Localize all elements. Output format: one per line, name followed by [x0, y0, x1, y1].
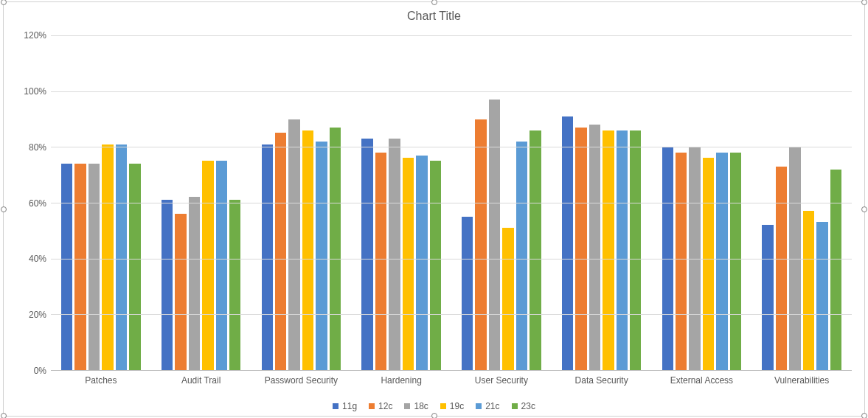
x-tick-label: Vulnerabilities — [751, 375, 852, 386]
bar[interactable] — [603, 130, 614, 370]
y-tick-label: 80% — [18, 142, 46, 153]
chart-container[interactable]: Chart Title 0%20%40%60%80%100%120% Patch… — [3, 1, 865, 417]
gridline — [51, 259, 852, 259]
legend-label: 18c — [414, 401, 428, 411]
bar[interactable] — [189, 197, 200, 370]
bar[interactable] — [316, 142, 327, 370]
resize-handle-s[interactable] — [431, 413, 437, 418]
bar[interactable] — [502, 228, 513, 370]
bar[interactable] — [175, 214, 186, 370]
bar[interactable] — [462, 217, 473, 370]
bar[interactable] — [116, 144, 127, 370]
x-tick-label: Audit Trail — [151, 375, 251, 386]
gridline — [51, 91, 852, 92]
bar[interactable] — [288, 119, 299, 371]
legend-item[interactable]: 11g — [333, 401, 357, 411]
bar[interactable] — [416, 156, 427, 370]
y-tick-label: 0% — [18, 366, 46, 376]
plot — [51, 35, 852, 371]
bar[interactable] — [516, 142, 527, 370]
resize-handle-ne[interactable] — [861, 0, 867, 5]
bar[interactable] — [762, 225, 773, 370]
y-axis: 0%20%40%60%80%100%120% — [18, 35, 49, 371]
bar[interactable] — [475, 119, 486, 371]
bar[interactable] — [816, 222, 827, 370]
legend-label: 23c — [521, 401, 535, 411]
bar[interactable] — [589, 125, 600, 370]
bar[interactable] — [88, 164, 100, 370]
legend-swatch — [333, 403, 338, 409]
bar[interactable] — [162, 200, 173, 370]
gridline — [51, 203, 852, 203]
legend[interactable]: 11g12c18c19c21c23c — [4, 401, 864, 411]
legend-item[interactable]: 23c — [512, 401, 535, 411]
resize-handle-w[interactable] — [1, 206, 7, 212]
bar[interactable] — [389, 139, 400, 370]
bar[interactable] — [262, 144, 273, 370]
resize-handle-sw[interactable] — [1, 413, 7, 418]
legend-item[interactable]: 21c — [476, 401, 499, 411]
y-tick-label: 20% — [18, 310, 46, 320]
bar[interactable] — [830, 170, 841, 370]
legend-item[interactable]: 18c — [404, 401, 428, 411]
bar[interactable] — [630, 130, 641, 370]
x-axis-labels: PatchesAudit TrailPassword SecurityHarde… — [51, 371, 852, 386]
bar[interactable] — [275, 133, 286, 370]
bar[interactable] — [617, 130, 628, 370]
resize-handle-e[interactable] — [861, 206, 867, 212]
legend-item[interactable]: 12c — [369, 401, 392, 411]
legend-label: 19c — [450, 401, 464, 411]
bar[interactable] — [803, 211, 814, 370]
plot-area: 0%20%40%60%80%100%120% PatchesAudit Trai… — [18, 35, 852, 371]
bar[interactable] — [716, 153, 727, 370]
bar[interactable] — [676, 153, 687, 370]
y-tick-label: 40% — [18, 254, 46, 264]
bar[interactable] — [575, 128, 586, 370]
bar[interactable] — [74, 164, 86, 370]
legend-swatch — [476, 403, 482, 409]
x-tick-label: User Security — [451, 375, 552, 386]
bar[interactable] — [776, 167, 787, 370]
legend-label: 21c — [485, 401, 499, 411]
legend-label: 12c — [378, 401, 392, 411]
legend-swatch — [440, 403, 446, 409]
resize-handle-n[interactable] — [431, 0, 437, 5]
y-tick-label: 60% — [18, 198, 46, 209]
x-tick-label: Data Security — [552, 375, 652, 386]
bar[interactable] — [375, 153, 386, 370]
bar[interactable] — [430, 161, 441, 370]
legend-swatch — [512, 403, 518, 409]
y-tick-label: 120% — [18, 30, 46, 41]
legend-label: 11g — [342, 401, 357, 411]
resize-handle-se[interactable] — [861, 413, 867, 418]
x-tick-label: External Access — [652, 375, 752, 386]
bar[interactable] — [302, 130, 313, 370]
gridline — [51, 35, 852, 36]
gridline — [51, 147, 852, 147]
legend-swatch — [404, 403, 410, 409]
legend-item[interactable]: 19c — [440, 401, 464, 411]
bar[interactable] — [102, 144, 113, 370]
bar[interactable] — [562, 116, 573, 370]
bar[interactable] — [229, 200, 240, 370]
legend-swatch — [369, 403, 375, 409]
bar[interactable] — [730, 153, 741, 370]
bar[interactable] — [216, 161, 227, 370]
bar[interactable] — [489, 100, 500, 370]
bar[interactable] — [330, 128, 341, 370]
chart-title[interactable]: Chart Title — [4, 2, 864, 26]
x-tick-label: Patches — [51, 375, 151, 386]
x-tick-label: Password Security — [251, 375, 352, 386]
bar[interactable] — [703, 158, 714, 370]
bar[interactable] — [129, 164, 140, 370]
gridline — [51, 314, 852, 315]
y-tick-label: 100% — [18, 86, 46, 97]
bar[interactable] — [361, 139, 372, 370]
bar[interactable] — [202, 161, 213, 370]
bar[interactable] — [403, 158, 414, 370]
x-tick-label: Hardening — [351, 375, 451, 386]
bar[interactable] — [61, 164, 72, 370]
bar[interactable] — [530, 130, 541, 370]
